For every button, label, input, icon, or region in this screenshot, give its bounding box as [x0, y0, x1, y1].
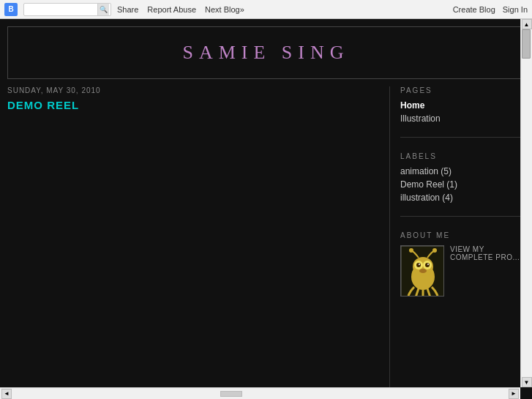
about-me-content: VIEW MY COMPLETE PRO...: [400, 245, 525, 297]
bottom-scrollbar[interactable]: ◄ ►: [0, 387, 520, 399]
svg-point-6: [425, 263, 430, 267]
search-box[interactable]: 🔍: [23, 3, 111, 16]
sidebar: Pages Home Illustration Labels animation…: [389, 86, 525, 399]
blog-title: SAMIE SING: [15, 42, 517, 64]
view-profile-link[interactable]: VIEW MY COMPLETE PRO...: [450, 245, 525, 261]
blogger-logo: B: [4, 3, 18, 16]
label-demo-reel-link[interactable]: Demo Reel (1): [400, 179, 525, 190]
svg-point-9: [409, 248, 413, 253]
labels-section: Labels animation (5) Demo Reel (1) illus…: [400, 152, 525, 217]
navbar: B 🔍 Share Report Abuse Next Blog» Create…: [0, 0, 532, 19]
scroll-up-arrow[interactable]: ▲: [522, 19, 532, 29]
avatar[interactable]: [400, 245, 444, 297]
blog-wrapper: SAMIE SING Sunday, May 30, 2010 DEMO REE…: [0, 19, 532, 399]
main-posts: Sunday, May 30, 2010 DEMO REEL: [7, 86, 389, 399]
home-link[interactable]: Home: [400, 100, 525, 111]
svg-point-10: [432, 248, 437, 253]
scroll-track: [521, 29, 532, 377]
right-scrollbar[interactable]: ▲ ▼: [520, 19, 532, 387]
svg-point-11: [419, 269, 427, 273]
labels-heading: Labels: [400, 152, 525, 160]
about-me-section: About Me: [400, 231, 525, 297]
pages-heading: Pages: [400, 86, 525, 94]
search-input[interactable]: [24, 5, 97, 14]
pages-section: Pages Home Illustration: [400, 86, 525, 138]
svg-point-7: [419, 264, 420, 265]
label-illustration-link[interactable]: illustration (4): [400, 193, 525, 203]
search-button[interactable]: 🔍: [97, 4, 109, 15]
report-abuse-link[interactable]: Report Abuse: [147, 5, 196, 14]
share-link[interactable]: Share: [117, 5, 138, 14]
horizontal-scroll-thumb[interactable]: [220, 391, 242, 397]
illustration-link[interactable]: Illustration: [400, 113, 525, 124]
label-animation-link[interactable]: animation (5): [400, 166, 525, 176]
post-title[interactable]: DEMO REEL: [7, 99, 375, 111]
nav-right: Create Blog Sign In: [453, 5, 528, 14]
scroll-right-arrow[interactable]: ►: [509, 389, 519, 399]
post-date: Sunday, May 30, 2010: [7, 86, 375, 94]
blog-header: SAMIE SING: [7, 26, 525, 79]
next-blog-link[interactable]: Next Blog»: [205, 5, 244, 14]
sign-in-link[interactable]: Sign In: [503, 5, 528, 14]
nav-links: Share Report Abuse Next Blog»: [117, 5, 447, 14]
scroll-thumb[interactable]: [522, 29, 531, 59]
about-me-heading: About Me: [400, 231, 525, 239]
svg-point-8: [427, 264, 429, 265]
content-area: Sunday, May 30, 2010 DEMO REEL Pages Hom…: [0, 86, 532, 399]
scroll-left-arrow[interactable]: ◄: [1, 389, 12, 399]
svg-point-5: [416, 263, 421, 267]
scroll-down-arrow[interactable]: ▼: [522, 377, 532, 387]
create-blog-link[interactable]: Create Blog: [453, 5, 495, 14]
